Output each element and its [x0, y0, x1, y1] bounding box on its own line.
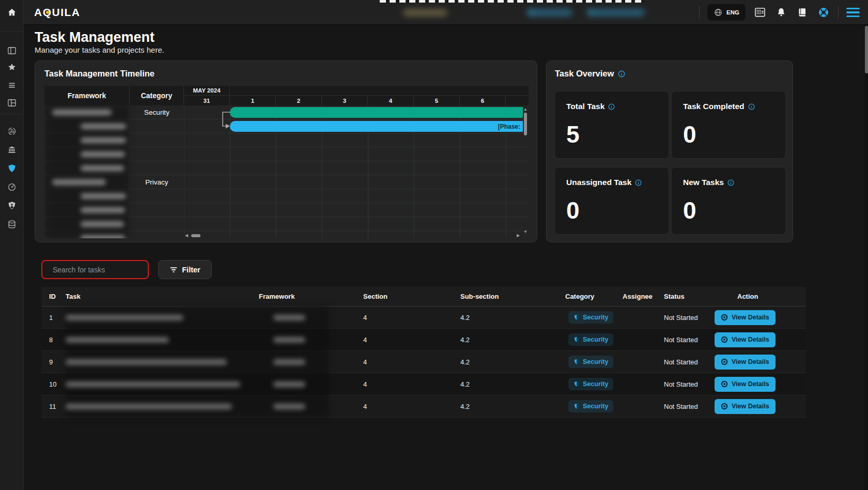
overview-card: Task Completed 0 — [671, 91, 786, 159]
brand-logo[interactable]: AQUILA — [34, 6, 81, 19]
info-icon[interactable] — [727, 179, 734, 186]
layout-panel-icon[interactable] — [7, 45, 17, 56]
search-input[interactable] — [49, 266, 150, 274]
star-icon[interactable] — [7, 62, 17, 72]
info-icon[interactable] — [635, 179, 642, 186]
info-icon[interactable] — [748, 103, 755, 110]
divider — [838, 6, 839, 19]
view-details-button[interactable]: View Details — [715, 377, 776, 392]
gantt-category-value: Security — [130, 105, 184, 119]
brand-q-with-dot: Q — [43, 6, 52, 18]
blurred-account-item-1 — [527, 9, 572, 17]
eye-icon — [721, 380, 728, 388]
page-scrollbar-thumb[interactable] — [865, 26, 868, 73]
shield-icon — [574, 314, 580, 321]
scroll-left-arrow[interactable]: ◀ — [185, 234, 188, 238]
blurred-label — [81, 193, 126, 199]
home-icon[interactable] — [7, 7, 17, 18]
overview-card: Total Task 5 — [554, 91, 669, 159]
cell-task — [66, 404, 259, 409]
cell-category: Security — [565, 400, 623, 412]
blurred-framework-text — [273, 404, 305, 409]
cell-section: 4 — [363, 314, 460, 321]
info-icon[interactable] — [608, 103, 615, 110]
column-header: Sub-section — [460, 293, 565, 300]
divider — [699, 6, 700, 19]
category-badge: Security — [568, 311, 613, 324]
book-icon[interactable] — [796, 6, 809, 19]
shield-person-icon[interactable] — [7, 201, 17, 211]
card-label: Task Completed — [683, 102, 745, 111]
building-grid-icon[interactable] — [753, 6, 767, 19]
gantt-day-label: 6 — [460, 96, 506, 105]
overview-card: Unassigned Task 0 — [554, 167, 669, 235]
card-value: 0 — [683, 196, 696, 224]
gantt-bar-label: [Phase: — [498, 123, 523, 130]
blurred-account-item-2 — [587, 9, 645, 17]
blurred-framework-text — [273, 359, 305, 365]
gauge-icon[interactable] — [7, 182, 17, 192]
cell-category: Security — [565, 378, 623, 390]
column-header: Category — [565, 293, 623, 300]
language-label: ENG — [726, 9, 739, 16]
radar-icon[interactable] — [7, 126, 17, 136]
view-details-button[interactable]: View Details — [715, 399, 776, 414]
gantt-bar-framework[interactable] — [230, 107, 523, 118]
filter-button[interactable]: Filter — [158, 260, 212, 279]
app-root: AQUILA ENG — [0, 0, 868, 490]
blurred-label — [81, 207, 125, 213]
blurred-label — [81, 221, 124, 227]
gantt-category-value: Privacy — [130, 175, 184, 189]
menu-icon[interactable] — [846, 8, 860, 18]
language-selector[interactable]: ENG — [707, 4, 746, 21]
vertical-scrollbar-thumb[interactable] — [524, 113, 527, 135]
gantt-header: Framework Category MAY 2024 31123456 — [44, 86, 529, 105]
gantt-bar-phase[interactable]: [Phase: — [230, 121, 523, 132]
database-icon[interactable] — [7, 219, 17, 229]
horizontal-scrollbar-thumb[interactable] — [191, 234, 200, 237]
scroll-up-arrow[interactable]: ▲ — [523, 108, 528, 112]
shield-icon-active[interactable] — [7, 163, 17, 174]
cell-status: Not Started — [664, 403, 710, 410]
scroll-down-arrow[interactable]: ▼ — [523, 230, 528, 234]
cell-action: View Details — [710, 377, 806, 392]
search-box — [41, 260, 149, 279]
cell-section: 4 — [363, 358, 460, 366]
cell-action: View Details — [710, 399, 806, 414]
card-value: 0 — [566, 196, 580, 224]
topbar: AQUILA ENG — [24, 0, 868, 25]
bank-icon[interactable] — [7, 145, 17, 155]
column-header: Assignee — [623, 293, 664, 300]
info-icon[interactable] — [618, 70, 625, 78]
cell-task — [66, 381, 259, 387]
blurred-label — [52, 179, 106, 185]
lifebuoy-icon[interactable] — [817, 6, 830, 19]
column-header: Section — [363, 293, 460, 300]
bell-icon[interactable] — [774, 6, 788, 19]
cell-id: 10 — [41, 380, 66, 388]
column-header: Action — [710, 293, 806, 300]
gantt-day-label: 2 — [276, 96, 322, 105]
shield-icon — [574, 403, 580, 410]
gantt-body: Security[Phase:Privacy — [44, 105, 529, 238]
cell-category: Security — [565, 333, 623, 346]
blurred-task-text — [66, 315, 183, 320]
scroll-right-arrow[interactable]: ▶ — [517, 234, 520, 238]
blurred-label — [81, 124, 126, 129]
card-value: 5 — [566, 120, 580, 148]
card-label: New Tasks — [683, 178, 724, 187]
shield-icon — [574, 359, 580, 365]
grid-panels-icon[interactable] — [7, 98, 17, 108]
page-scrollbar — [865, 25, 868, 490]
cell-id: 8 — [41, 336, 66, 344]
cell-subsection: 4.2 — [460, 336, 565, 344]
view-details-button[interactable]: View Details — [715, 355, 776, 370]
cell-subsection: 4.2 — [460, 403, 565, 410]
eye-icon — [721, 358, 728, 365]
cell-category: Security — [565, 311, 623, 324]
column-header: ID — [41, 293, 66, 300]
cell-subsection: 4.2 — [460, 314, 565, 321]
list-icon[interactable] — [7, 80, 17, 90]
view-details-button[interactable]: View Details — [715, 310, 776, 325]
view-details-button[interactable]: View Details — [715, 332, 776, 347]
